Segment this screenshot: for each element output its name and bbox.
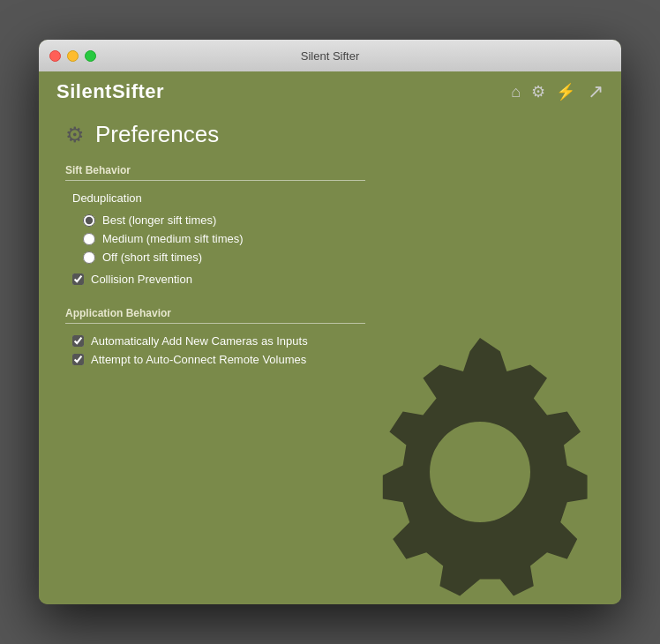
radio-off-input[interactable] bbox=[83, 251, 95, 264]
app-window: Silent Sifter SilentSifter ⌂ ⚙ ⚡ ↗ ⚙ Pre bbox=[39, 40, 621, 604]
auto-connect-volumes-item[interactable]: Attempt to Auto-Connect Remote Volumes bbox=[72, 353, 595, 366]
sift-behavior-section: Sift Behavior Deduplication Best (longer… bbox=[65, 164, 595, 286]
app-title-bold: Sifter bbox=[112, 80, 164, 102]
maximize-button[interactable] bbox=[85, 50, 96, 62]
radio-off-label: Off (short sift times) bbox=[102, 251, 202, 264]
radio-medium-input[interactable] bbox=[83, 233, 95, 245]
radio-best-label: Best (longer sift times) bbox=[102, 213, 216, 227]
radio-medium[interactable]: Medium (medium sift times) bbox=[83, 232, 595, 245]
export-icon[interactable]: ↗ bbox=[588, 80, 604, 103]
close-button[interactable] bbox=[49, 50, 61, 62]
auto-add-cameras-item[interactable]: Automatically Add New Cameras as Inputs bbox=[72, 334, 595, 348]
minimize-button[interactable] bbox=[67, 50, 79, 62]
deduplication-label: Deduplication bbox=[72, 191, 595, 205]
radio-best-input[interactable] bbox=[83, 214, 95, 227]
nav-bar: SilentSifter ⌂ ⚙ ⚡ ↗ bbox=[39, 71, 621, 112]
app-behavior-divider bbox=[65, 323, 365, 324]
prefs-gear-icon: ⚙ bbox=[65, 123, 85, 147]
app-behavior-label: Application Behavior bbox=[65, 307, 595, 319]
gear-icon[interactable]: ⚙ bbox=[531, 82, 545, 101]
auto-connect-volumes-checkbox[interactable] bbox=[72, 354, 84, 365]
deduplication-radio-group: Best (longer sift times) Medium (medium … bbox=[83, 213, 595, 264]
traffic-lights bbox=[49, 50, 96, 62]
radio-off[interactable]: Off (short sift times) bbox=[83, 251, 595, 264]
app-title-light: Silent bbox=[56, 80, 112, 102]
auto-add-cameras-label: Automatically Add New Cameras as Inputs bbox=[91, 334, 308, 348]
radio-medium-label: Medium (medium sift times) bbox=[102, 232, 244, 245]
auto-add-cameras-checkbox[interactable] bbox=[72, 335, 84, 347]
collision-prevention-item[interactable]: Collision Prevention bbox=[72, 273, 595, 286]
auto-connect-volumes-label: Attempt to Auto-Connect Remote Volumes bbox=[91, 353, 306, 366]
collision-prevention-label: Collision Prevention bbox=[91, 273, 192, 286]
home-icon[interactable]: ⌂ bbox=[511, 83, 521, 101]
app-title: SilentSifter bbox=[56, 80, 164, 103]
app-behavior-section: Application Behavior Automatically Add N… bbox=[65, 307, 595, 366]
titlebar: Silent Sifter bbox=[39, 40, 621, 71]
prefs-title: Preferences bbox=[95, 121, 219, 148]
sift-behavior-divider bbox=[65, 180, 365, 181]
radio-best[interactable]: Best (longer sift times) bbox=[83, 213, 595, 227]
bolt-icon[interactable]: ⚡ bbox=[556, 82, 575, 101]
content-area: SilentSifter ⌂ ⚙ ⚡ ↗ ⚙ Preferences Sift … bbox=[39, 71, 621, 604]
preferences-area: ⚙ Preferences Sift Behavior Deduplicatio… bbox=[39, 112, 621, 604]
window-title: Silent Sifter bbox=[301, 49, 359, 63]
sift-behavior-label: Sift Behavior bbox=[65, 164, 595, 176]
nav-icons: ⌂ ⚙ ⚡ bbox=[511, 82, 575, 101]
prefs-header: ⚙ Preferences bbox=[65, 121, 595, 148]
collision-prevention-checkbox[interactable] bbox=[72, 273, 84, 285]
